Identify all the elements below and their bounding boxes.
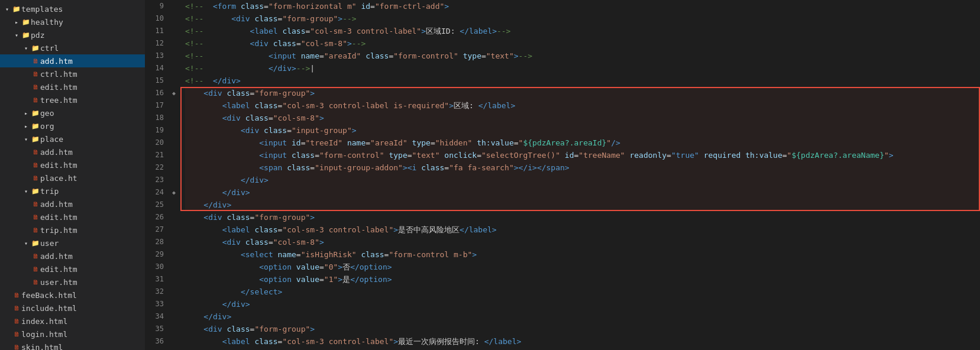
arrow-icon xyxy=(21,45,31,51)
sidebar-item-label: feeBack.html xyxy=(21,291,145,300)
arrow-icon xyxy=(12,32,21,38)
file-icon: 🗎 xyxy=(31,148,40,156)
sidebar-item-label: include.html xyxy=(21,304,145,313)
sidebar-item-label: tree.htm xyxy=(40,96,145,105)
sidebar-item-place-add[interactable]: 🗎 add.htm xyxy=(0,145,145,158)
code-line-28: <div class="col-sm-8"> xyxy=(185,236,980,248)
sidebar-item-user-edit[interactable]: 🗎 edit.htm xyxy=(0,262,145,276)
sidebar-item-label: edit.htm xyxy=(40,83,145,92)
sidebar-item-trip-add[interactable]: 🗎 add.htm xyxy=(0,197,145,210)
file-icon: 🗎 xyxy=(31,161,40,169)
sidebar-item-feedback[interactable]: 🗎 feeBack.html xyxy=(0,289,145,302)
file-icon: 🗎 xyxy=(31,265,40,273)
file-icon: 🗎 xyxy=(31,96,40,104)
sidebar-item-trip-edit[interactable]: 🗎 edit.htm xyxy=(0,210,145,223)
file-icon: 🗎 xyxy=(31,70,40,78)
sidebar-item-user-add[interactable]: 🗎 add.htm xyxy=(0,249,145,262)
code-line-33: </div> xyxy=(185,298,980,310)
folder-icon: 📁 xyxy=(21,18,31,26)
folder-icon: 📁 xyxy=(31,44,40,52)
code-line-26: <div class="form-group"> xyxy=(185,211,980,223)
sidebar-item-user[interactable]: 📁 user xyxy=(0,236,145,249)
arrow-icon xyxy=(21,110,31,116)
code-line-29: <select name="isHighRisk" class="form-co… xyxy=(185,248,980,261)
sidebar-item-label: ctrl.htm xyxy=(40,70,145,79)
file-icon: 🗎 xyxy=(31,83,40,91)
code-line-14: <!-- </div>-->| xyxy=(185,62,980,74)
file-icon: 🗎 xyxy=(31,57,40,65)
code-line-15: <!-- </div> xyxy=(185,74,980,87)
sidebar-item-healthy[interactable]: 📁 healthy xyxy=(0,15,145,28)
arrow-icon xyxy=(21,188,31,195)
sidebar-item-include[interactable]: 🗎 include.html xyxy=(0,302,145,315)
code-line-12: <!-- <div class="col-sm-8">--> xyxy=(185,37,980,50)
sidebar-item-templates[interactable]: 📁 templates xyxy=(0,2,145,15)
sidebar-item-geo[interactable]: 📁 geo xyxy=(0,106,145,119)
sidebar-item-label: user.htm xyxy=(40,278,145,287)
sidebar-item-ctrl[interactable]: 📁 ctrl xyxy=(0,41,145,54)
sidebar-item-label: org xyxy=(40,122,145,131)
sidebar-item-label: add.htm xyxy=(40,252,145,261)
code-line-37: <div class="col-sm-8"> xyxy=(185,348,980,350)
sidebar-item-label: pdz xyxy=(31,31,145,40)
file-explorer: 📁 templates 📁 healthy 📁 pdz 📁 ctrl 🗎 add… xyxy=(0,0,145,350)
sidebar-item-edit-htm[interactable]: 🗎 edit.htm xyxy=(0,80,145,93)
sidebar-item-place[interactable]: 📁 place xyxy=(0,132,145,145)
sidebar-item-index[interactable]: 🗎 index.html xyxy=(0,315,145,328)
sidebar-item-tree-htm[interactable]: 🗎 tree.htm xyxy=(0,93,145,106)
code-line-32: </select> xyxy=(185,286,980,298)
sidebar-item-place-ht[interactable]: 🗎 place.ht xyxy=(0,171,145,184)
file-icon: 🗎 xyxy=(12,291,21,299)
code-line-24: </div> xyxy=(185,186,980,199)
file-icon: 🗎 xyxy=(12,317,21,325)
sidebar-item-skin[interactable]: 🗎 skin.html xyxy=(0,341,145,350)
code-line-23: </div> xyxy=(185,174,980,186)
sidebar-item-label: trip.htm xyxy=(40,226,145,235)
sidebar-item-user-htm[interactable]: 🗎 user.htm xyxy=(0,276,145,289)
arrow-icon xyxy=(12,19,21,25)
file-icon: 🗎 xyxy=(31,252,40,260)
file-icon: 🗎 xyxy=(31,278,40,286)
line-numbers: 9 10 11 12 13 14 15 16 17 18 19 20 21 22… xyxy=(145,0,169,350)
sidebar-item-label: healthy xyxy=(31,18,145,27)
sidebar-item-label: templates xyxy=(21,5,145,14)
code-line-34: </div> xyxy=(185,310,980,323)
sidebar-item-ctrl-htm[interactable]: 🗎 ctrl.htm xyxy=(0,67,145,80)
sidebar-item-pdz[interactable]: 📁 pdz xyxy=(0,28,145,41)
sidebar-item-org[interactable]: 📁 org xyxy=(0,119,145,132)
sidebar-item-place-edit[interactable]: 🗎 edit.htm xyxy=(0,158,145,171)
code-line-16: <div class="form-group"> xyxy=(185,87,980,99)
code-line-13: <!-- <input name="areaId" class="form-co… xyxy=(185,50,980,62)
code-line-36: <label class="col-sm-3 control-label">最近… xyxy=(185,335,980,348)
folder-icon: 📁 xyxy=(21,31,31,39)
sidebar-item-label: login.html xyxy=(21,330,145,339)
folder-icon: 📁 xyxy=(31,109,40,117)
code-line-10: <!-- <div class="form-group">--> xyxy=(185,12,980,25)
file-icon: 🗎 xyxy=(31,213,40,221)
folder-icon: 📁 xyxy=(31,187,40,195)
code-line-9: <!-- <form class="form-horizontal m" id=… xyxy=(185,0,980,12)
sidebar-item-trip[interactable]: 📁 trip xyxy=(0,184,145,197)
sidebar-item-add-htm[interactable]: 🗎 add.htm xyxy=(0,54,145,67)
gutter-marker-16: ◆ xyxy=(170,87,178,99)
file-icon: 🗎 xyxy=(12,330,21,338)
sidebar-item-trip-htm[interactable]: 🗎 trip.htm xyxy=(0,223,145,236)
sidebar-item-label: trip xyxy=(40,187,145,196)
code-line-20: <input id="treeId" name="areaId" type="h… xyxy=(185,137,980,149)
code-line-30: <option value="0">否</option> xyxy=(185,261,980,273)
sidebar-item-login[interactable]: 🗎 login.html xyxy=(0,328,145,341)
arrow-icon xyxy=(21,136,31,142)
arrow-icon xyxy=(21,240,31,247)
sidebar-item-label: user xyxy=(40,239,145,248)
code-line-11: <!-- <label class="col-sm-3 control-labe… xyxy=(185,25,980,37)
code-lines[interactable]: <!-- <form class="form-horizontal m" id=… xyxy=(180,0,980,350)
code-line-18: <div class="col-sm-8"> xyxy=(185,112,980,124)
arrow-icon xyxy=(2,6,12,12)
code-line-31: <option value="1">是</option> xyxy=(185,273,980,286)
sidebar-item-label: skin.html xyxy=(21,343,145,351)
sidebar-item-label: edit.htm xyxy=(40,265,145,274)
file-icon: 🗎 xyxy=(31,226,40,234)
arrow-icon xyxy=(21,123,31,129)
code-line-22: <span class="input-group-addon"><i class… xyxy=(185,161,980,174)
sidebar-item-label: edit.htm xyxy=(40,213,145,222)
